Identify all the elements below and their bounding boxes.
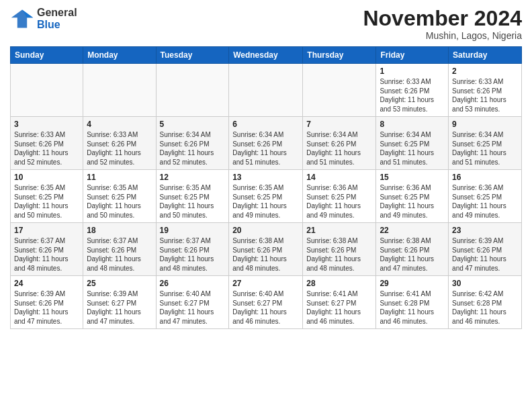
calendar-cell: 30Sunrise: 6:42 AM Sunset: 6:28 PM Dayli… [449,276,522,329]
day-number: 27 [232,279,299,288]
calendar-cell: 7Sunrise: 6:34 AM Sunset: 6:26 PM Daylig… [303,117,376,170]
day-number: 21 [306,226,372,235]
calendar-cell: 11Sunrise: 6:35 AM Sunset: 6:25 PM Dayli… [83,170,156,223]
calendar-cell: 26Sunrise: 6:40 AM Sunset: 6:27 PM Dayli… [156,276,229,329]
day-number: 6 [232,120,299,129]
calendar: SundayMondayTuesdayWednesdayThursdayFrid… [10,46,522,329]
day-info: Sunrise: 6:39 AM Sunset: 6:26 PM Dayligh… [14,289,79,326]
calendar-week-row: 1Sunrise: 6:33 AM Sunset: 6:26 PM Daylig… [11,64,522,117]
day-number: 26 [160,279,226,288]
calendar-cell: 8Sunrise: 6:34 AM Sunset: 6:25 PM Daylig… [376,117,449,170]
day-info: Sunrise: 6:34 AM Sunset: 6:25 PM Dayligh… [380,130,445,167]
calendar-week-row: 10Sunrise: 6:35 AM Sunset: 6:25 PM Dayli… [11,170,522,223]
weekday-header: Wednesday [229,47,303,64]
weekday-header-row: SundayMondayTuesdayWednesdayThursdayFrid… [11,47,522,64]
day-number: 14 [306,173,372,182]
day-number: 1 [380,66,445,76]
calendar-cell: 3Sunrise: 6:33 AM Sunset: 6:26 PM Daylig… [11,117,83,170]
calendar-cell [156,64,229,117]
logo-blue: Blue [37,19,77,31]
logo-icon [10,7,34,31]
day-info: Sunrise: 6:40 AM Sunset: 6:27 PM Dayligh… [160,289,226,326]
calendar-week-row: 17Sunrise: 6:37 AM Sunset: 6:26 PM Dayli… [11,223,522,276]
header: General Blue November 2024 Mushin, Lagos… [10,7,522,41]
day-number: 19 [160,226,226,235]
calendar-cell [229,64,303,117]
day-number: 10 [14,173,79,182]
day-number: 2 [452,66,518,76]
calendar-cell: 5Sunrise: 6:34 AM Sunset: 6:26 PM Daylig… [156,117,229,170]
day-info: Sunrise: 6:35 AM Sunset: 6:25 PM Dayligh… [232,183,299,220]
calendar-cell: 25Sunrise: 6:39 AM Sunset: 6:27 PM Dayli… [83,276,156,329]
calendar-cell: 15Sunrise: 6:36 AM Sunset: 6:25 PM Dayli… [376,170,449,223]
calendar-cell: 10Sunrise: 6:35 AM Sunset: 6:25 PM Dayli… [11,170,83,223]
logo-text: General Blue [37,7,77,30]
day-info: Sunrise: 6:34 AM Sunset: 6:26 PM Dayligh… [232,130,299,167]
location: Mushin, Lagos, Nigeria [363,30,522,41]
day-info: Sunrise: 6:33 AM Sunset: 6:26 PM Dayligh… [14,130,79,167]
weekday-header: Saturday [449,47,522,64]
calendar-cell: 19Sunrise: 6:37 AM Sunset: 6:26 PM Dayli… [156,223,229,276]
calendar-cell: 2Sunrise: 6:33 AM Sunset: 6:26 PM Daylig… [449,64,522,117]
weekday-header: Sunday [11,47,83,64]
day-info: Sunrise: 6:36 AM Sunset: 6:25 PM Dayligh… [306,183,372,220]
month-title: November 2024 [363,7,522,30]
day-number: 17 [14,226,79,235]
day-info: Sunrise: 6:33 AM Sunset: 6:26 PM Dayligh… [87,130,152,167]
weekday-header: Tuesday [156,47,229,64]
weekday-header: Monday [83,47,156,64]
day-info: Sunrise: 6:35 AM Sunset: 6:25 PM Dayligh… [87,183,152,220]
day-info: Sunrise: 6:38 AM Sunset: 6:26 PM Dayligh… [232,236,299,273]
calendar-cell: 17Sunrise: 6:37 AM Sunset: 6:26 PM Dayli… [11,223,83,276]
calendar-cell: 16Sunrise: 6:36 AM Sunset: 6:25 PM Dayli… [449,170,522,223]
day-info: Sunrise: 6:39 AM Sunset: 6:27 PM Dayligh… [87,289,152,326]
calendar-cell: 12Sunrise: 6:35 AM Sunset: 6:25 PM Dayli… [156,170,229,223]
day-info: Sunrise: 6:39 AM Sunset: 6:26 PM Dayligh… [452,236,518,273]
day-number: 13 [232,173,299,182]
day-info: Sunrise: 6:33 AM Sunset: 6:26 PM Dayligh… [452,77,518,113]
day-info: Sunrise: 6:36 AM Sunset: 6:25 PM Dayligh… [452,183,518,220]
svg-marker-1 [11,10,33,28]
calendar-cell: 23Sunrise: 6:39 AM Sunset: 6:26 PM Dayli… [449,223,522,276]
title-block: November 2024 Mushin, Lagos, Nigeria [363,7,522,41]
day-number: 24 [14,279,79,288]
calendar-cell: 27Sunrise: 6:40 AM Sunset: 6:27 PM Dayli… [229,276,303,329]
calendar-week-row: 24Sunrise: 6:39 AM Sunset: 6:26 PM Dayli… [11,276,522,329]
calendar-cell: 29Sunrise: 6:41 AM Sunset: 6:28 PM Dayli… [376,276,449,329]
day-info: Sunrise: 6:41 AM Sunset: 6:27 PM Dayligh… [306,289,372,326]
calendar-cell [11,64,83,117]
day-number: 20 [232,226,299,235]
calendar-week-row: 3Sunrise: 6:33 AM Sunset: 6:26 PM Daylig… [11,117,522,170]
calendar-cell: 9Sunrise: 6:34 AM Sunset: 6:25 PM Daylig… [449,117,522,170]
day-number: 8 [380,120,445,129]
day-number: 5 [160,120,226,129]
calendar-cell: 18Sunrise: 6:37 AM Sunset: 6:26 PM Dayli… [83,223,156,276]
calendar-cell: 1Sunrise: 6:33 AM Sunset: 6:26 PM Daylig… [376,64,449,117]
day-number: 12 [160,173,226,182]
day-info: Sunrise: 6:38 AM Sunset: 6:26 PM Dayligh… [380,236,445,273]
day-info: Sunrise: 6:33 AM Sunset: 6:26 PM Dayligh… [380,77,445,113]
day-number: 7 [306,120,372,129]
day-info: Sunrise: 6:38 AM Sunset: 6:26 PM Dayligh… [306,236,372,273]
day-info: Sunrise: 6:37 AM Sunset: 6:26 PM Dayligh… [87,236,152,273]
day-info: Sunrise: 6:36 AM Sunset: 6:25 PM Dayligh… [380,183,445,220]
logo-general: General [37,7,77,19]
day-number: 29 [380,279,445,288]
calendar-cell: 6Sunrise: 6:34 AM Sunset: 6:26 PM Daylig… [229,117,303,170]
logo: General Blue [10,7,77,31]
day-info: Sunrise: 6:41 AM Sunset: 6:28 PM Dayligh… [380,289,445,326]
calendar-cell: 4Sunrise: 6:33 AM Sunset: 6:26 PM Daylig… [83,117,156,170]
calendar-cell [303,64,376,117]
calendar-cell: 14Sunrise: 6:36 AM Sunset: 6:25 PM Dayli… [303,170,376,223]
calendar-cell: 22Sunrise: 6:38 AM Sunset: 6:26 PM Dayli… [376,223,449,276]
calendar-cell [83,64,156,117]
day-info: Sunrise: 6:37 AM Sunset: 6:26 PM Dayligh… [14,236,79,273]
day-number: 9 [452,120,518,129]
day-number: 25 [87,279,152,288]
calendar-cell: 28Sunrise: 6:41 AM Sunset: 6:27 PM Dayli… [303,276,376,329]
day-info: Sunrise: 6:35 AM Sunset: 6:25 PM Dayligh… [14,183,79,220]
calendar-cell: 21Sunrise: 6:38 AM Sunset: 6:26 PM Dayli… [303,223,376,276]
day-info: Sunrise: 6:35 AM Sunset: 6:25 PM Dayligh… [160,183,226,220]
page: General Blue November 2024 Mushin, Lagos… [0,0,532,336]
calendar-cell: 13Sunrise: 6:35 AM Sunset: 6:25 PM Dayli… [229,170,303,223]
